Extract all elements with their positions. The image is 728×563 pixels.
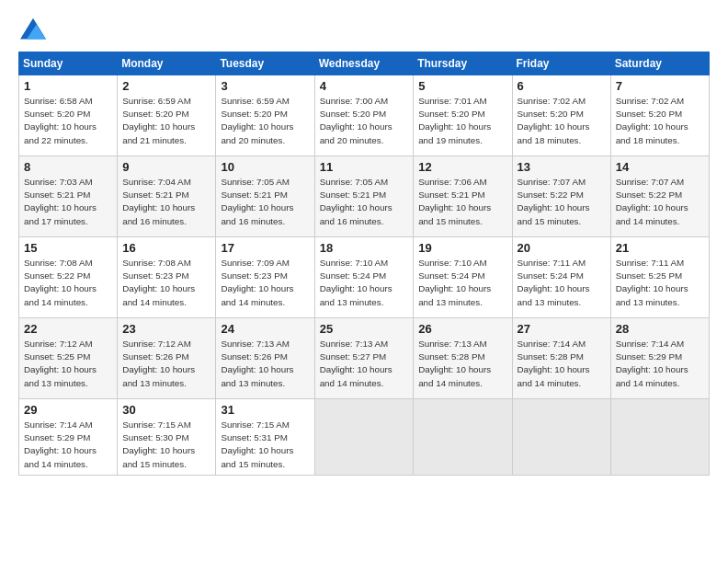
day-cell: 19Sunrise: 7:10 AM Sunset: 5:24 PM Dayli… bbox=[414, 237, 512, 318]
day-number: 5 bbox=[418, 79, 506, 93]
day-cell bbox=[610, 399, 709, 476]
day-cell: 24Sunrise: 7:13 AM Sunset: 5:26 PM Dayli… bbox=[216, 318, 314, 399]
day-cell: 8Sunrise: 7:03 AM Sunset: 5:21 PM Daylig… bbox=[19, 156, 118, 237]
day-info: Sunrise: 7:12 AM Sunset: 5:26 PM Dayligh… bbox=[122, 338, 210, 390]
day-cell: 22Sunrise: 7:12 AM Sunset: 5:25 PM Dayli… bbox=[19, 318, 118, 399]
day-info: Sunrise: 7:13 AM Sunset: 5:28 PM Dayligh… bbox=[418, 338, 506, 390]
page: SundayMondayTuesdayWednesdayThursdayFrid… bbox=[0, 0, 728, 485]
day-cell: 20Sunrise: 7:11 AM Sunset: 5:24 PM Dayli… bbox=[512, 237, 610, 318]
day-info: Sunrise: 7:01 AM Sunset: 5:20 PM Dayligh… bbox=[418, 95, 506, 147]
day-number: 6 bbox=[518, 79, 606, 93]
day-info: Sunrise: 6:59 AM Sunset: 5:20 PM Dayligh… bbox=[221, 95, 309, 147]
week-row-4: 22Sunrise: 7:12 AM Sunset: 5:25 PM Dayli… bbox=[19, 318, 710, 399]
day-number: 8 bbox=[24, 160, 112, 174]
day-cell: 6Sunrise: 7:02 AM Sunset: 5:20 PM Daylig… bbox=[512, 75, 610, 156]
day-info: Sunrise: 7:08 AM Sunset: 5:23 PM Dayligh… bbox=[122, 257, 210, 309]
day-cell: 2Sunrise: 6:59 AM Sunset: 5:20 PM Daylig… bbox=[118, 75, 216, 156]
day-number: 19 bbox=[418, 241, 506, 255]
day-cell: 27Sunrise: 7:14 AM Sunset: 5:28 PM Dayli… bbox=[512, 318, 610, 399]
day-number: 2 bbox=[122, 79, 210, 93]
day-info: Sunrise: 7:11 AM Sunset: 5:24 PM Dayligh… bbox=[518, 257, 606, 309]
day-info: Sunrise: 7:09 AM Sunset: 5:23 PM Dayligh… bbox=[221, 257, 309, 309]
day-number: 26 bbox=[418, 322, 506, 336]
day-info: Sunrise: 7:02 AM Sunset: 5:20 PM Dayligh… bbox=[616, 95, 704, 147]
weekday-friday: Friday bbox=[512, 52, 610, 75]
day-info: Sunrise: 7:10 AM Sunset: 5:24 PM Dayligh… bbox=[418, 257, 506, 309]
day-number: 18 bbox=[320, 241, 409, 255]
day-number: 13 bbox=[518, 160, 606, 174]
day-cell: 1Sunrise: 6:58 AM Sunset: 5:20 PM Daylig… bbox=[19, 75, 118, 156]
header bbox=[18, 17, 710, 42]
day-cell: 26Sunrise: 7:13 AM Sunset: 5:28 PM Dayli… bbox=[414, 318, 512, 399]
day-cell: 31Sunrise: 7:15 AM Sunset: 5:31 PM Dayli… bbox=[216, 399, 314, 476]
day-cell: 21Sunrise: 7:11 AM Sunset: 5:25 PM Dayli… bbox=[610, 237, 709, 318]
week-row-3: 15Sunrise: 7:08 AM Sunset: 5:22 PM Dayli… bbox=[19, 237, 710, 318]
day-number: 3 bbox=[221, 79, 309, 93]
week-row-2: 8Sunrise: 7:03 AM Sunset: 5:21 PM Daylig… bbox=[19, 156, 710, 237]
day-number: 24 bbox=[221, 322, 309, 336]
week-row-5: 29Sunrise: 7:14 AM Sunset: 5:29 PM Dayli… bbox=[19, 399, 710, 476]
day-info: Sunrise: 7:12 AM Sunset: 5:25 PM Dayligh… bbox=[24, 338, 112, 390]
day-number: 10 bbox=[221, 160, 309, 174]
day-cell bbox=[512, 399, 610, 476]
day-cell: 10Sunrise: 7:05 AM Sunset: 5:21 PM Dayli… bbox=[216, 156, 314, 237]
day-cell bbox=[414, 399, 512, 476]
day-cell: 25Sunrise: 7:13 AM Sunset: 5:27 PM Dayli… bbox=[314, 318, 414, 399]
day-cell: 5Sunrise: 7:01 AM Sunset: 5:20 PM Daylig… bbox=[414, 75, 512, 156]
day-cell: 13Sunrise: 7:07 AM Sunset: 5:22 PM Dayli… bbox=[512, 156, 610, 237]
weekday-thursday: Thursday bbox=[414, 52, 512, 75]
day-info: Sunrise: 7:14 AM Sunset: 5:29 PM Dayligh… bbox=[24, 419, 112, 471]
day-cell: 12Sunrise: 7:06 AM Sunset: 5:21 PM Dayli… bbox=[414, 156, 512, 237]
day-cell: 16Sunrise: 7:08 AM Sunset: 5:23 PM Dayli… bbox=[118, 237, 216, 318]
day-number: 21 bbox=[616, 241, 704, 255]
day-number: 29 bbox=[24, 403, 112, 417]
day-number: 7 bbox=[616, 79, 704, 93]
day-cell: 18Sunrise: 7:10 AM Sunset: 5:24 PM Dayli… bbox=[314, 237, 414, 318]
weekday-tuesday: Tuesday bbox=[216, 52, 314, 75]
day-cell: 30Sunrise: 7:15 AM Sunset: 5:30 PM Dayli… bbox=[118, 399, 216, 476]
week-row-1: 1Sunrise: 6:58 AM Sunset: 5:20 PM Daylig… bbox=[19, 75, 710, 156]
day-cell: 7Sunrise: 7:02 AM Sunset: 5:20 PM Daylig… bbox=[610, 75, 709, 156]
day-cell bbox=[314, 399, 414, 476]
day-cell: 29Sunrise: 7:14 AM Sunset: 5:29 PM Dayli… bbox=[19, 399, 118, 476]
day-info: Sunrise: 6:58 AM Sunset: 5:20 PM Dayligh… bbox=[24, 95, 112, 147]
day-info: Sunrise: 7:15 AM Sunset: 5:31 PM Dayligh… bbox=[221, 419, 309, 471]
calendar-header: SundayMondayTuesdayWednesdayThursdayFrid… bbox=[19, 52, 710, 75]
day-info: Sunrise: 7:13 AM Sunset: 5:27 PM Dayligh… bbox=[320, 338, 409, 390]
day-info: Sunrise: 7:15 AM Sunset: 5:30 PM Dayligh… bbox=[122, 419, 210, 471]
weekday-saturday: Saturday bbox=[610, 52, 709, 75]
day-info: Sunrise: 7:00 AM Sunset: 5:20 PM Dayligh… bbox=[320, 95, 409, 147]
day-cell: 17Sunrise: 7:09 AM Sunset: 5:23 PM Dayli… bbox=[216, 237, 314, 318]
day-number: 14 bbox=[616, 160, 704, 174]
day-info: Sunrise: 7:05 AM Sunset: 5:21 PM Dayligh… bbox=[320, 176, 409, 228]
day-info: Sunrise: 7:07 AM Sunset: 5:22 PM Dayligh… bbox=[518, 176, 606, 228]
day-cell: 3Sunrise: 6:59 AM Sunset: 5:20 PM Daylig… bbox=[216, 75, 314, 156]
day-cell: 11Sunrise: 7:05 AM Sunset: 5:21 PM Dayli… bbox=[314, 156, 414, 237]
day-info: Sunrise: 7:11 AM Sunset: 5:25 PM Dayligh… bbox=[616, 257, 704, 309]
calendar: SundayMondayTuesdayWednesdayThursdayFrid… bbox=[18, 52, 710, 476]
day-cell: 4Sunrise: 7:00 AM Sunset: 5:20 PM Daylig… bbox=[314, 75, 414, 156]
day-info: Sunrise: 7:07 AM Sunset: 5:22 PM Dayligh… bbox=[616, 176, 704, 228]
day-info: Sunrise: 7:06 AM Sunset: 5:21 PM Dayligh… bbox=[418, 176, 506, 228]
day-number: 28 bbox=[616, 322, 704, 336]
day-info: Sunrise: 7:03 AM Sunset: 5:21 PM Dayligh… bbox=[24, 176, 112, 228]
day-number: 30 bbox=[122, 403, 210, 417]
day-number: 11 bbox=[320, 160, 409, 174]
logo bbox=[18, 17, 51, 42]
day-cell: 23Sunrise: 7:12 AM Sunset: 5:26 PM Dayli… bbox=[118, 318, 216, 399]
day-info: Sunrise: 7:13 AM Sunset: 5:26 PM Dayligh… bbox=[221, 338, 309, 390]
day-number: 25 bbox=[320, 322, 409, 336]
weekday-row: SundayMondayTuesdayWednesdayThursdayFrid… bbox=[19, 52, 710, 75]
day-info: Sunrise: 7:10 AM Sunset: 5:24 PM Dayligh… bbox=[320, 257, 409, 309]
day-number: 23 bbox=[122, 322, 210, 336]
day-info: Sunrise: 7:02 AM Sunset: 5:20 PM Dayligh… bbox=[518, 95, 606, 147]
day-number: 31 bbox=[221, 403, 309, 417]
weekday-wednesday: Wednesday bbox=[314, 52, 414, 75]
day-info: Sunrise: 7:05 AM Sunset: 5:21 PM Dayligh… bbox=[221, 176, 309, 228]
day-number: 15 bbox=[24, 241, 112, 255]
day-cell: 28Sunrise: 7:14 AM Sunset: 5:29 PM Dayli… bbox=[610, 318, 709, 399]
day-info: Sunrise: 7:14 AM Sunset: 5:29 PM Dayligh… bbox=[616, 338, 704, 390]
day-number: 1 bbox=[24, 79, 112, 93]
day-info: Sunrise: 7:04 AM Sunset: 5:21 PM Dayligh… bbox=[122, 176, 210, 228]
weekday-monday: Monday bbox=[118, 52, 216, 75]
